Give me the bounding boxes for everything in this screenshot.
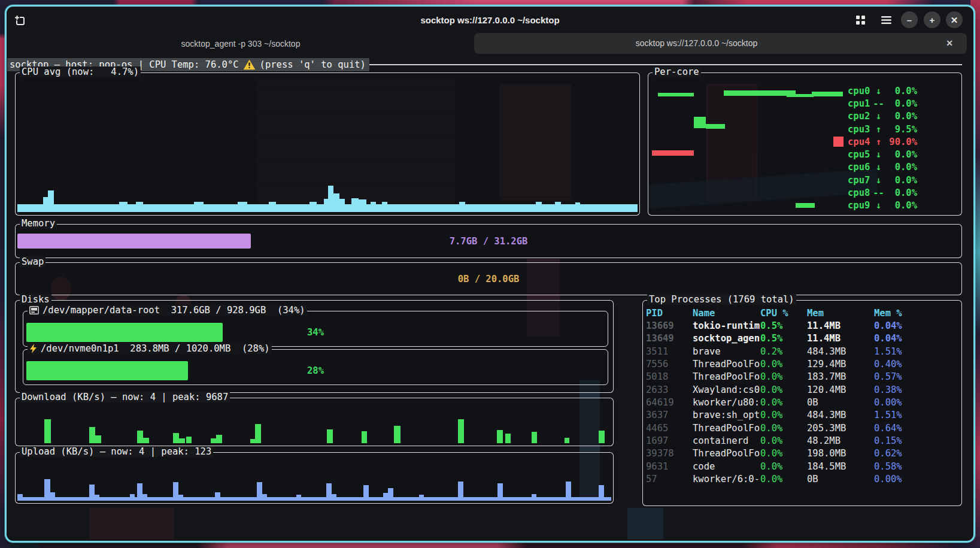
spark-bar (257, 482, 262, 501)
tab-close-icon[interactable]: ✕ (946, 33, 953, 54)
core-trace-segment (652, 150, 694, 156)
grid-icon (856, 16, 865, 25)
upload-panel: Upload (KB/s) — now: 4 | peak: 123 (15, 452, 614, 504)
process-cell: 13649 (646, 333, 693, 344)
spark-bar (143, 438, 149, 443)
spark-bar (327, 429, 333, 443)
maximize-button[interactable]: + (924, 11, 940, 28)
spark-bar (532, 432, 537, 443)
spark-bar (599, 431, 605, 443)
spark-bar (178, 495, 183, 501)
spark-bar (536, 202, 542, 212)
tab-socktop-client[interactable]: socktop ws://127.0.0.0 ~/socktop ✕ (474, 33, 967, 54)
menu-button[interactable] (878, 11, 894, 28)
spark-bar (269, 202, 276, 212)
process-cell: 0.0% (760, 448, 807, 459)
core-cval: 0.0% (887, 98, 917, 109)
core-cval: 0.0% (887, 175, 917, 186)
process-cell: 13669 (646, 320, 693, 331)
spark-bar (95, 435, 101, 443)
tab-overview-button[interactable] (852, 11, 869, 28)
core-cval: 9.5% (887, 124, 917, 135)
process-cell: 64619 (646, 397, 693, 408)
process-cell: 0B (807, 397, 874, 408)
process-cell: 0.2% (760, 346, 807, 357)
spark-bar (383, 493, 388, 501)
tab-socktop-agent[interactable]: socktop_agent -p 303 ~/socktop (7, 34, 474, 54)
spark-bar (328, 186, 333, 212)
memory-usage-label: 7.7GB / 31.2GB (16, 225, 961, 258)
process-cell: 57 (646, 474, 693, 485)
spark-bar (505, 434, 511, 443)
process-cell: 198.0MB (807, 448, 874, 459)
process-cell: 3511 (646, 346, 693, 357)
core-cname: cpu7 (848, 175, 870, 186)
disks-panel: Disks /dev/mapper/data-root 317.6GB / 92… (15, 300, 614, 393)
spark-bar (296, 495, 301, 501)
process-row: 5018ThreadPoolFo0.0%183.7MB0.57% (646, 371, 958, 383)
process-cell: 0.0% (760, 474, 807, 485)
process-table: PIDNameCPU %MemMem % 13669tokio-runtim0.… (646, 307, 958, 486)
spark-bar (555, 202, 561, 212)
hard-drive-icon (29, 306, 39, 314)
core-row: cpu3↑9.5% (848, 123, 917, 135)
column-header: Name (693, 308, 760, 319)
core-cval: 0.0% (887, 86, 917, 96)
processes-panel: Top Processes (1769 total) PIDNameCPU %M… (642, 300, 962, 506)
minimize-button[interactable]: – (901, 11, 918, 28)
spark-bar (497, 430, 503, 443)
window-title: socktop ws://127.0.0.0 ~/socktop (5, 15, 975, 25)
spark-bar (566, 482, 571, 501)
download-panel: Download (KB/s) — now: 4 | peak: 9687 (15, 398, 614, 446)
spark-bar (250, 439, 255, 443)
minimize-icon: – (907, 16, 912, 25)
spark-bar (173, 433, 179, 443)
core-trace-segment (706, 124, 725, 129)
spark-bar (310, 202, 317, 212)
process-cell: 11.4MB (807, 333, 874, 344)
process-cell: 0.64% (874, 423, 958, 434)
memory-panel: Memory 7.7GB / 31.2GB (15, 224, 962, 258)
core-carr: ↓ (870, 175, 887, 186)
process-cell: ThreadPoolFo (693, 423, 760, 434)
disks-title: Disks (20, 294, 51, 305)
core-cname: cpu3 (848, 124, 870, 135)
spark-bar (186, 437, 192, 443)
close-button[interactable]: ✕ (946, 11, 963, 28)
process-cell: ThreadPoolFo (693, 359, 760, 370)
spark-bar (459, 202, 465, 212)
process-row: 13669tokio-runtim0.5%11.4MB0.04% (646, 319, 958, 332)
spark-bar (130, 494, 135, 501)
process-cell: 7556 (646, 359, 693, 370)
process-row: 3637brave:sh_opt0.0%484.3MB1.51% (646, 409, 958, 422)
process-cell: 39378 (646, 448, 693, 459)
process-cell: 2633 (646, 384, 693, 395)
spark-bar (351, 198, 359, 212)
disk-gauge: 34% (26, 323, 605, 342)
process-cell: 1.51% (874, 346, 958, 357)
spark-bar (394, 426, 401, 443)
per-core-panel: Per-core cpu0↓0.0%cpu1--0.0%cpu2↓0.0%cpu… (648, 72, 962, 216)
core-trace-segment (694, 117, 706, 128)
core-row: cpu0↓0.0% (848, 84, 917, 97)
spark-bar (497, 483, 503, 501)
spark-bar (142, 494, 147, 501)
download-title: Download (KB/s) — now: 4 | peak: 9687 (20, 392, 230, 402)
disk-nvme: /dev/nvme0n1p1 283.8MB / 1020.0MB (28%) … (23, 349, 608, 385)
terminal-window: socktop ws://127.0.0.0 ~/socktop – + ✕ s… (5, 5, 975, 543)
disk-percent-label: 34% (26, 323, 605, 342)
process-cell: 205.3MB (807, 423, 874, 434)
spark-bar (136, 202, 143, 212)
cpu-avg-panel: CPU avg (now: 4.7%) (15, 72, 640, 216)
core-row: cpu7↓0.0% (848, 174, 917, 186)
app-header: socktop — host: pop-os | CPU Temp: 76.0°… (7, 58, 962, 71)
disk-title: /dev/nvme0n1p1 283.8MB / 1020.0MB (28%) (28, 343, 272, 354)
spark-bar (419, 495, 424, 501)
process-row: 64619kworker/u80:0.0%0B0.00% (646, 396, 958, 408)
per-core-list: cpu0↓0.0%cpu1--0.0%cpu2↓0.0%cpu3↑9.5%cpu… (848, 84, 917, 212)
process-cell: kworker/u80: (693, 397, 760, 408)
process-cell: 0.0% (760, 435, 807, 446)
core-cname: cpu0 (848, 86, 870, 96)
swap-usage-label: 0B / 20.0GB (16, 263, 961, 295)
core-row: cpu5↓0.0% (848, 148, 917, 161)
